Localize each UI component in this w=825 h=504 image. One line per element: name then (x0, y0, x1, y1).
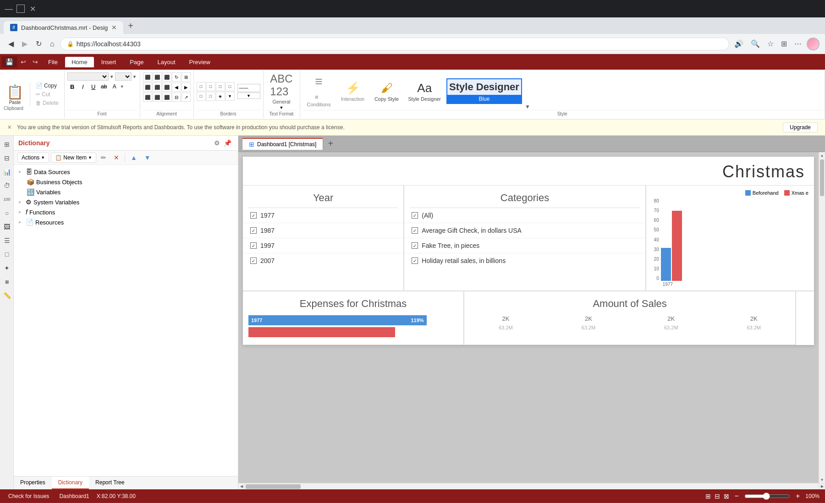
conditions-btn[interactable]: Conditions (307, 102, 331, 107)
refresh-btn[interactable]: ↻ (33, 37, 44, 51)
scroll-right-btn[interactable]: ▶ (819, 483, 825, 489)
interaction-btn[interactable]: Interaction (341, 96, 364, 102)
canvas-scroll-area[interactable]: Christmas Year ✓ 1977 (238, 152, 819, 483)
add-tab-btn[interactable]: + (325, 137, 336, 150)
move-up-btn[interactable]: ▲ (128, 153, 140, 163)
border-btn-4[interactable]: □ (226, 82, 235, 91)
side-icon-table[interactable]: ⊞ (0, 138, 13, 151)
rotate-btn[interactable]: ↻ (172, 72, 181, 82)
align-mid-right[interactable]: ⬛ (162, 82, 171, 92)
word-wrap-btn[interactable]: ⊞ (182, 72, 191, 82)
tab-close-btn[interactable]: ✕ (111, 24, 117, 31)
window-control-close[interactable]: ✕ (28, 5, 37, 13)
cat-item-gift[interactable]: ✓ Average Gift Check, in dollars USA (404, 223, 645, 238)
horizontal-scrollbar[interactable]: ◀ ▶ (238, 483, 825, 489)
side-icon-grid[interactable]: ⊟ (0, 152, 13, 164)
zoom-out-btn[interactable]: − (733, 492, 741, 500)
style-designer-btn[interactable]: Style Designer (408, 96, 441, 102)
move-down-btn[interactable]: ▼ (142, 153, 154, 163)
tab-insert[interactable]: Insert (95, 57, 123, 67)
strikethrough-btn[interactable]: ab (99, 82, 109, 92)
tree-item-system-vars[interactable]: ＋ ⚙ System Variables (14, 197, 238, 207)
tab-report-tree[interactable]: Report Tree (89, 477, 131, 489)
h-scroll-thumb[interactable] (246, 484, 301, 489)
profile-avatar[interactable] (807, 38, 820, 50)
upgrade-btn[interactable]: Upgrade (783, 122, 818, 132)
side-icon-100[interactable]: 100 (0, 193, 13, 206)
align-mid-left[interactable]: ⬛ (143, 82, 152, 92)
remove-btn[interactable]: ✕ (111, 153, 122, 163)
cat-item-tree[interactable]: ✓ Fake Tree, in pieces (404, 238, 645, 253)
edit-btn[interactable]: ✏ (98, 153, 109, 163)
style-dropdown-btn[interactable]: ▼ (524, 104, 531, 110)
status-icon-1[interactable]: ⊞ (705, 493, 711, 500)
font-color-btn[interactable]: A (110, 82, 120, 92)
undo-btn[interactable]: ↩ (18, 56, 29, 67)
home-btn[interactable]: ⌂ (47, 37, 57, 51)
year-item-1987[interactable]: ✓ 1987 (243, 223, 403, 238)
tree-item-datasources[interactable]: ＋ 🗄 Data Sources (14, 167, 238, 177)
save-btn[interactable]: 💾 (2, 56, 17, 67)
redo-btn[interactable]: ↪ (30, 56, 41, 67)
year-item-2007[interactable]: ✓ 2007 (243, 253, 403, 268)
align-top-right[interactable]: ⬛ (162, 72, 171, 82)
content-tab-active[interactable]: ⊞ Dashboard1 [Christmas] (242, 138, 323, 150)
font-size-dropdown[interactable]: ▼ (132, 74, 137, 79)
cat-item-all[interactable]: ✓ (All) (404, 208, 645, 223)
collections-btn[interactable]: ⊞ (779, 37, 789, 50)
trial-close-btn[interactable]: × (7, 123, 11, 131)
copy-btn[interactable]: 📄 Copy (34, 82, 60, 90)
tab-file[interactable]: File (42, 57, 64, 67)
side-icon-list[interactable]: ☰ (0, 234, 13, 247)
scroll-thumb[interactable] (820, 159, 824, 196)
font-name-select[interactable] (67, 72, 109, 81)
font-name-dropdown[interactable]: ▼ (110, 74, 114, 79)
border-btn-1[interactable]: □ (197, 82, 206, 91)
scroll-up-btn[interactable]: ▲ (819, 152, 825, 159)
side-icon-image[interactable]: 🖼 (0, 220, 13, 233)
expand-btn[interactable]: ↗ (182, 93, 191, 102)
align-top-center[interactable]: ⬛ (153, 72, 162, 82)
check-issues-btn[interactable]: Check for Issues (6, 492, 52, 500)
border-btn-3[interactable]: □ (216, 82, 225, 91)
side-icon-panel[interactable]: ▦ (0, 275, 13, 288)
align-bot-right[interactable]: ⬛ (162, 93, 171, 102)
back-btn[interactable]: ◀ (6, 37, 16, 51)
tree-item-business-objects[interactable]: 📦 Business Objects (14, 177, 238, 187)
align-mid-center[interactable]: ⬛ (153, 82, 162, 92)
tab-properties[interactable]: Properties (14, 477, 52, 489)
tab-dictionary[interactable]: Dictionary (52, 477, 89, 489)
bold-btn[interactable]: B (67, 82, 77, 92)
year-item-1977[interactable]: ✓ 1977 (243, 208, 403, 223)
tab-home[interactable]: Home (65, 57, 94, 67)
status-icon-2[interactable]: ⊟ (715, 493, 720, 500)
margin-btn[interactable]: ⊟ (172, 93, 181, 102)
border-btn-5[interactable]: □ (197, 92, 206, 101)
dictionary-pin-btn[interactable]: 📌 (222, 138, 233, 148)
border-fill-btn[interactable]: ◈ (216, 92, 225, 101)
side-icon-circle[interactable]: ○ (0, 207, 13, 219)
favorites-btn[interactable]: ☆ (765, 37, 776, 50)
actions-btn[interactable]: Actions ▼ (17, 153, 49, 163)
window-control-min[interactable]: — (5, 5, 13, 13)
align-bot-center[interactable]: ⬛ (153, 93, 162, 102)
border-btn-6[interactable]: □ (206, 92, 215, 101)
window-control-max[interactable] (16, 5, 25, 13)
forward-btn[interactable]: ▶ (19, 37, 30, 51)
tab-preview[interactable]: Preview (183, 57, 217, 67)
address-bar[interactable]: 🔒 https://localhost:44303 (60, 38, 729, 50)
border-width-dropdown[interactable]: ▼ (237, 93, 260, 99)
underline-btn[interactable]: U (88, 82, 99, 92)
scroll-down-btn[interactable]: ▼ (819, 477, 825, 483)
delete-btn[interactable]: 🗑 Delete (34, 99, 60, 107)
border-color-dropdown[interactable]: ▼ (226, 92, 235, 101)
more-btn[interactable]: ⋯ (792, 37, 804, 50)
indent-left[interactable]: ◀ (172, 82, 181, 92)
align-top-left[interactable]: ⬛ (143, 72, 152, 82)
tab-layout[interactable]: Layout (151, 57, 182, 67)
side-icon-box[interactable]: □ (0, 248, 13, 261)
read-aloud-btn[interactable]: 🔊 (732, 37, 746, 50)
paste-btn[interactable]: 📋 Paste (4, 83, 26, 106)
font-size-select[interactable] (115, 72, 132, 81)
zoom-slider[interactable] (744, 493, 790, 500)
